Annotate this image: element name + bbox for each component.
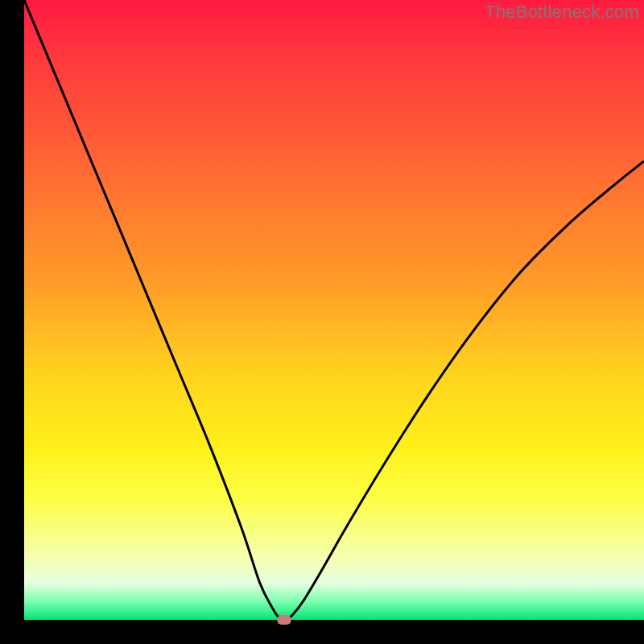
bottleneck-curve	[24, 0, 644, 620]
curve-svg	[24, 0, 644, 620]
chart-frame: TheBottleneck.com	[0, 0, 644, 644]
plot-area: TheBottleneck.com	[24, 0, 644, 620]
minimum-marker	[277, 615, 291, 625]
